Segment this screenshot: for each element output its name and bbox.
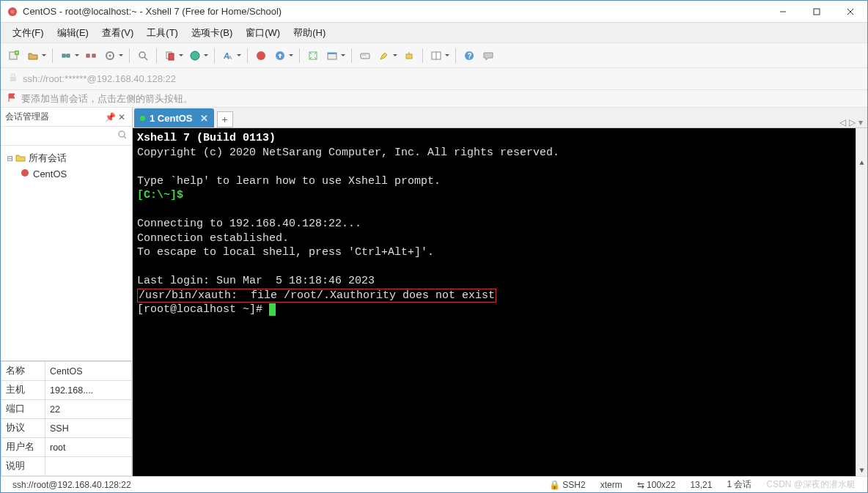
terminal[interactable]: Xshell 7 (Build 0113) Copyright (c) 2020… (133, 128, 867, 476)
menu-view[interactable]: 查看(V) (96, 23, 139, 42)
svg-rect-20 (169, 53, 174, 60)
status-term: xterm (593, 480, 630, 490)
menu-tools[interactable]: 工具(T) (141, 23, 184, 42)
keyboard-icon[interactable] (356, 47, 374, 64)
svg-rect-13 (87, 54, 89, 57)
svg-rect-29 (361, 53, 369, 59)
tab-bar: 1 CentOS ✕ + ◁ ▷ ▾ (133, 108, 867, 128)
disconnect-icon[interactable] (82, 47, 100, 64)
close-icon[interactable]: ✕ (116, 112, 128, 122)
term-line: Connection established. (137, 232, 289, 245)
content-area: 1 CentOS ✕ + ◁ ▷ ▾ Xshell 7 (Build 0113)… (133, 108, 867, 476)
hint-text: 要添加当前会话，点击左侧的箭头按钮。 (21, 92, 193, 105)
svg-rect-39 (10, 77, 16, 81)
hint-bar: 要添加当前会话，点击左侧的箭头按钮。 (1, 90, 867, 108)
term-line: Connecting to 192.168.40.128:22... (137, 218, 361, 230)
new-session-icon[interactable] (5, 47, 23, 64)
separator (214, 48, 215, 63)
session-icon (20, 168, 30, 180)
tab-label: CentOS (158, 113, 193, 124)
term-line: Copyright (c) 2020 NetSarang Computer, I… (137, 147, 559, 159)
status-pos: 13,21 (683, 480, 719, 490)
term-highlight: /usr/bin/xauth: file /root/.Xauthority d… (137, 289, 496, 303)
separator (455, 48, 456, 63)
prop-key: 名称 (1, 362, 45, 381)
tab-prev-icon[interactable]: ◁ (839, 117, 846, 127)
menubar: 文件(F) 编辑(E) 查看(V) 工具(T) 选项卡(B) 窗口(W) 帮助(… (1, 23, 867, 43)
svg-rect-33 (406, 54, 412, 59)
sidebar-title: 会话管理器 📌 ✕ (1, 108, 132, 127)
prop-key: 说明 (1, 457, 45, 476)
svg-point-42 (21, 169, 29, 177)
highlight-icon[interactable] (375, 47, 393, 64)
transparency-icon[interactable] (323, 47, 341, 64)
open-session-icon[interactable] (24, 47, 42, 64)
term-line: Xshell 7 (Build 0113) (137, 132, 276, 144)
status-sessions: 1 会话 (719, 478, 759, 491)
collapse-icon[interactable]: ⊟ (5, 153, 15, 164)
tab-next-icon[interactable]: ▷ (849, 117, 856, 127)
term-line: Type `help' to learn how to use Xshell p… (137, 175, 441, 188)
script-icon[interactable] (400, 47, 418, 64)
pin-icon[interactable]: 📌 (104, 112, 116, 122)
term-prompt: [C:\~]$ (137, 189, 183, 201)
reconnect-icon[interactable] (57, 47, 75, 64)
menu-tabs[interactable]: 选项卡(B) (185, 23, 238, 42)
svg-rect-11 (67, 54, 70, 57)
terminal-scrollbar[interactable]: ▲ ▼ (856, 128, 867, 476)
paste-icon[interactable] (186, 47, 204, 64)
prop-val: 22 (45, 400, 132, 419)
prop-val: SSH (45, 419, 132, 438)
xshell-icon[interactable] (252, 47, 270, 64)
search-icon[interactable] (134, 47, 152, 64)
scroll-up-icon[interactable]: ▲ (856, 157, 867, 168)
prop-key: 端口 (1, 400, 45, 419)
status-type: 🔒 SSH2 (542, 480, 593, 490)
separator (247, 48, 248, 63)
statusbar: ssh://root@192.168.40.128:22 🔒 SSH2 xter… (1, 476, 867, 492)
close-button[interactable] (834, 1, 867, 23)
svg-text:A: A (228, 54, 232, 61)
prop-row: 主机192.168.... (1, 381, 132, 400)
menu-help[interactable]: 帮助(H) (287, 23, 331, 42)
sidebar-search[interactable] (1, 127, 132, 146)
svg-text:?: ? (468, 52, 472, 60)
tab-centos[interactable]: 1 CentOS ✕ (134, 108, 214, 127)
search-icon[interactable] (117, 130, 128, 142)
addressbar[interactable]: ssh://root:******@192.168.40.128:22 (1, 68, 867, 90)
properties-icon[interactable] (101, 47, 119, 64)
prop-row: 名称CentOS (1, 362, 132, 381)
menu-edit[interactable]: 编辑(E) (51, 23, 95, 42)
add-tab-button[interactable]: + (217, 111, 233, 127)
svg-point-40 (119, 131, 125, 137)
separator (422, 48, 423, 63)
fullscreen-icon[interactable] (304, 47, 322, 64)
layout-icon[interactable] (427, 47, 445, 64)
separator (299, 48, 300, 63)
copy-icon[interactable] (161, 47, 179, 64)
tree-root[interactable]: ⊟ 所有会话 (5, 150, 128, 166)
xftp-icon[interactable] (271, 47, 289, 64)
maximize-button[interactable] (800, 1, 834, 23)
menu-window[interactable]: 窗口(W) (240, 23, 286, 42)
svg-point-1 (11, 10, 15, 13)
separator (351, 48, 352, 63)
search-input[interactable] (5, 131, 117, 141)
toolbar: AA ? (1, 43, 867, 68)
flag-icon (7, 92, 17, 105)
feedback-icon[interactable] (479, 47, 497, 64)
help-icon[interactable]: ? (460, 47, 478, 64)
term-line: Last login: Sun Mar 5 18:18:46 2023 (137, 275, 375, 287)
tab-menu-icon[interactable]: ▾ (858, 117, 863, 127)
lock-icon (8, 73, 18, 85)
minimize-button[interactable] (766, 1, 800, 23)
prop-key: 用户名 (1, 438, 45, 457)
tab-close-icon[interactable]: ✕ (200, 113, 208, 124)
separator (156, 48, 157, 63)
tree-item-centos[interactable]: CentOS (20, 166, 128, 182)
scroll-down-icon[interactable]: ▼ (856, 464, 867, 476)
separator (52, 48, 53, 63)
menu-file[interactable]: 文件(F) (7, 23, 50, 42)
font-icon[interactable]: AA (219, 47, 237, 64)
sidebar-title-label: 会话管理器 (5, 111, 104, 123)
